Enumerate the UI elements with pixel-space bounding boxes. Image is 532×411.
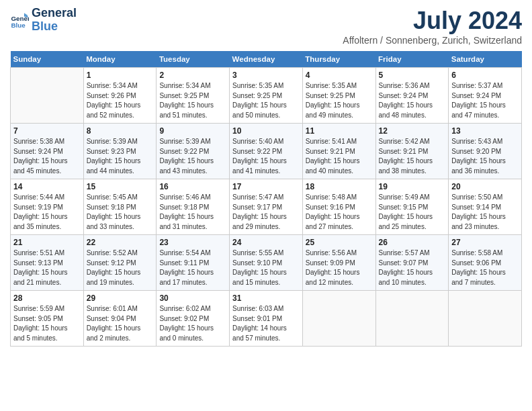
- day-cell: 23Sunrise: 5:54 AM Sunset: 9:11 PM Dayli…: [157, 235, 230, 291]
- page-header: General Blue General Blue July 2024 Affo…: [10, 7, 522, 46]
- header-monday: Monday: [83, 51, 157, 68]
- day-cell: 25Sunrise: 5:56 AM Sunset: 9:09 PM Dayli…: [302, 235, 375, 291]
- day-info: Sunrise: 5:49 AM Sunset: 9:15 PM Dayligh…: [379, 193, 446, 232]
- week-row-3: 14Sunrise: 5:44 AM Sunset: 9:19 PM Dayli…: [11, 179, 522, 235]
- day-info: Sunrise: 5:41 AM Sunset: 9:21 PM Dayligh…: [306, 137, 373, 176]
- day-cell: [302, 291, 375, 347]
- day-info: Sunrise: 5:44 AM Sunset: 9:19 PM Dayligh…: [13, 193, 81, 232]
- day-info: Sunrise: 5:36 AM Sunset: 9:24 PM Dayligh…: [379, 81, 446, 120]
- header-friday: Friday: [375, 51, 449, 68]
- day-cell: 13Sunrise: 5:43 AM Sunset: 9:20 PM Dayli…: [449, 124, 522, 179]
- day-number: 12: [379, 126, 446, 136]
- day-number: 20: [451, 182, 519, 191]
- day-number: 9: [159, 126, 226, 136]
- day-info: Sunrise: 5:48 AM Sunset: 9:16 PM Dayligh…: [306, 193, 373, 232]
- day-number: 10: [232, 126, 300, 136]
- day-number: 5: [379, 71, 446, 80]
- day-number: 11: [306, 126, 373, 136]
- day-number: 14: [13, 182, 81, 191]
- day-number: 28: [13, 293, 81, 303]
- day-cell: 31Sunrise: 6:03 AM Sunset: 9:01 PM Dayli…: [230, 291, 303, 347]
- day-number: 3: [232, 71, 300, 80]
- day-info: Sunrise: 5:45 AM Sunset: 9:18 PM Dayligh…: [87, 193, 154, 232]
- day-cell: 29Sunrise: 6:01 AM Sunset: 9:04 PM Dayli…: [83, 291, 157, 347]
- day-number: 21: [13, 238, 81, 247]
- day-cell: 11Sunrise: 5:41 AM Sunset: 9:21 PM Dayli…: [302, 124, 375, 179]
- week-row-1: 1Sunrise: 5:34 AM Sunset: 9:26 PM Daylig…: [11, 68, 522, 124]
- day-info: Sunrise: 5:57 AM Sunset: 9:07 PM Dayligh…: [379, 248, 446, 287]
- day-info: Sunrise: 5:40 AM Sunset: 9:22 PM Dayligh…: [232, 137, 300, 176]
- day-number: 29: [87, 293, 154, 303]
- day-number: 24: [232, 238, 300, 247]
- calendar-table: SundayMondayTuesdayWednesdayThursdayFrid…: [10, 51, 522, 347]
- day-cell: 27Sunrise: 5:58 AM Sunset: 9:06 PM Dayli…: [449, 235, 522, 291]
- day-info: Sunrise: 5:39 AM Sunset: 9:22 PM Dayligh…: [159, 137, 226, 176]
- day-number: 26: [379, 238, 446, 247]
- header-wednesday: Wednesday: [230, 51, 303, 68]
- week-row-2: 7Sunrise: 5:38 AM Sunset: 9:24 PM Daylig…: [11, 124, 522, 179]
- logo-icon: General Blue: [10, 11, 29, 30]
- day-cell: 14Sunrise: 5:44 AM Sunset: 9:19 PM Dayli…: [11, 179, 84, 235]
- day-cell: [375, 291, 449, 347]
- day-info: Sunrise: 6:02 AM Sunset: 9:02 PM Dayligh…: [159, 304, 226, 343]
- day-number: 31: [232, 293, 300, 303]
- day-number: 19: [379, 182, 446, 191]
- day-cell: 18Sunrise: 5:48 AM Sunset: 9:16 PM Dayli…: [302, 179, 375, 235]
- day-info: Sunrise: 5:51 AM Sunset: 9:13 PM Dayligh…: [13, 248, 81, 287]
- day-cell: 15Sunrise: 5:45 AM Sunset: 9:18 PM Dayli…: [83, 179, 157, 235]
- day-cell: 1Sunrise: 5:34 AM Sunset: 9:26 PM Daylig…: [83, 68, 157, 124]
- day-info: Sunrise: 5:54 AM Sunset: 9:11 PM Dayligh…: [159, 248, 226, 287]
- day-info: Sunrise: 6:01 AM Sunset: 9:04 PM Dayligh…: [87, 304, 154, 343]
- day-info: Sunrise: 6:03 AM Sunset: 9:01 PM Dayligh…: [232, 304, 300, 343]
- day-number: 16: [159, 182, 226, 191]
- day-info: Sunrise: 5:58 AM Sunset: 9:06 PM Dayligh…: [451, 248, 519, 287]
- page-title: July 2024: [343, 7, 522, 35]
- day-number: 30: [159, 293, 226, 303]
- day-number: 2: [159, 71, 226, 80]
- day-cell: 5Sunrise: 5:36 AM Sunset: 9:24 PM Daylig…: [375, 68, 449, 124]
- day-info: Sunrise: 5:34 AM Sunset: 9:25 PM Dayligh…: [159, 81, 226, 120]
- day-cell: 17Sunrise: 5:47 AM Sunset: 9:17 PM Dayli…: [230, 179, 303, 235]
- week-row-5: 28Sunrise: 5:59 AM Sunset: 9:05 PM Dayli…: [11, 291, 522, 347]
- svg-text:Blue: Blue: [11, 21, 26, 29]
- day-number: 1: [87, 71, 154, 80]
- logo: General Blue General Blue: [10, 7, 77, 34]
- day-number: 7: [13, 126, 81, 136]
- day-number: 25: [306, 238, 373, 247]
- day-info: Sunrise: 5:52 AM Sunset: 9:12 PM Dayligh…: [87, 248, 154, 287]
- day-cell: 20Sunrise: 5:50 AM Sunset: 9:14 PM Dayli…: [449, 179, 522, 235]
- day-info: Sunrise: 5:50 AM Sunset: 9:14 PM Dayligh…: [451, 193, 519, 232]
- day-number: 22: [87, 238, 154, 247]
- day-cell: 22Sunrise: 5:52 AM Sunset: 9:12 PM Dayli…: [83, 235, 157, 291]
- day-info: Sunrise: 5:38 AM Sunset: 9:24 PM Dayligh…: [13, 137, 81, 176]
- day-cell: 8Sunrise: 5:39 AM Sunset: 9:23 PM Daylig…: [83, 124, 157, 179]
- day-number: 15: [87, 182, 154, 191]
- day-info: Sunrise: 5:35 AM Sunset: 9:25 PM Dayligh…: [232, 81, 300, 120]
- day-cell: 19Sunrise: 5:49 AM Sunset: 9:15 PM Dayli…: [375, 179, 449, 235]
- day-cell: 24Sunrise: 5:55 AM Sunset: 9:10 PM Dayli…: [230, 235, 303, 291]
- day-number: 4: [306, 71, 373, 80]
- day-cell: 6Sunrise: 5:37 AM Sunset: 9:24 PM Daylig…: [449, 68, 522, 124]
- header-tuesday: Tuesday: [157, 51, 230, 68]
- day-cell: [449, 291, 522, 347]
- day-info: Sunrise: 5:46 AM Sunset: 9:18 PM Dayligh…: [159, 193, 226, 232]
- day-cell: 26Sunrise: 5:57 AM Sunset: 9:07 PM Dayli…: [375, 235, 449, 291]
- day-cell: 9Sunrise: 5:39 AM Sunset: 9:22 PM Daylig…: [157, 124, 230, 179]
- day-info: Sunrise: 5:59 AM Sunset: 9:05 PM Dayligh…: [13, 304, 81, 343]
- day-info: Sunrise: 5:43 AM Sunset: 9:20 PM Dayligh…: [451, 137, 519, 176]
- day-number: 13: [451, 126, 519, 136]
- day-info: Sunrise: 5:35 AM Sunset: 9:25 PM Dayligh…: [306, 81, 373, 120]
- day-cell: 4Sunrise: 5:35 AM Sunset: 9:25 PM Daylig…: [302, 68, 375, 124]
- day-number: 8: [87, 126, 154, 136]
- day-info: Sunrise: 5:47 AM Sunset: 9:17 PM Dayligh…: [232, 193, 300, 232]
- calendar-header-row: SundayMondayTuesdayWednesdayThursdayFrid…: [11, 51, 522, 68]
- day-cell: 16Sunrise: 5:46 AM Sunset: 9:18 PM Dayli…: [157, 179, 230, 235]
- day-cell: 28Sunrise: 5:59 AM Sunset: 9:05 PM Dayli…: [11, 291, 84, 347]
- day-number: 18: [306, 182, 373, 191]
- day-cell: 21Sunrise: 5:51 AM Sunset: 9:13 PM Dayli…: [11, 235, 84, 291]
- day-info: Sunrise: 5:42 AM Sunset: 9:21 PM Dayligh…: [379, 137, 446, 176]
- day-cell: 10Sunrise: 5:40 AM Sunset: 9:22 PM Dayli…: [230, 124, 303, 179]
- day-info: Sunrise: 5:34 AM Sunset: 9:26 PM Dayligh…: [87, 81, 154, 120]
- day-info: Sunrise: 5:56 AM Sunset: 9:09 PM Dayligh…: [306, 248, 373, 287]
- header-thursday: Thursday: [302, 51, 375, 68]
